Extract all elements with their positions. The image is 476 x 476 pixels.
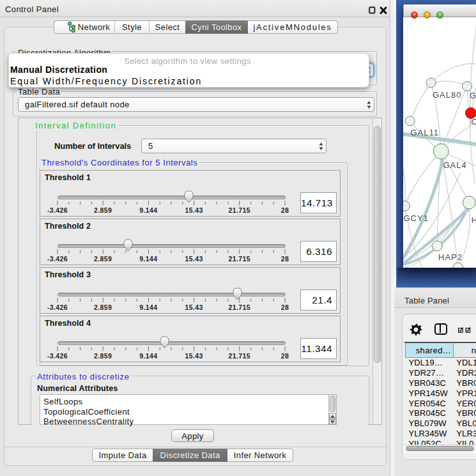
- svg-text:GAL11: GAL11: [410, 128, 439, 137]
- svg-text:GAL80: GAL80: [433, 90, 461, 100]
- svg-text:GA: GA: [470, 91, 476, 100]
- svg-text:GAL4: GAL4: [443, 160, 467, 170]
- svg-text:GCY1: GCY1: [404, 213, 429, 223]
- svg-text:C: C: [472, 117, 476, 127]
- svg-text:HAP2: HAP2: [438, 252, 463, 262]
- svg-text:H: H: [472, 215, 476, 225]
